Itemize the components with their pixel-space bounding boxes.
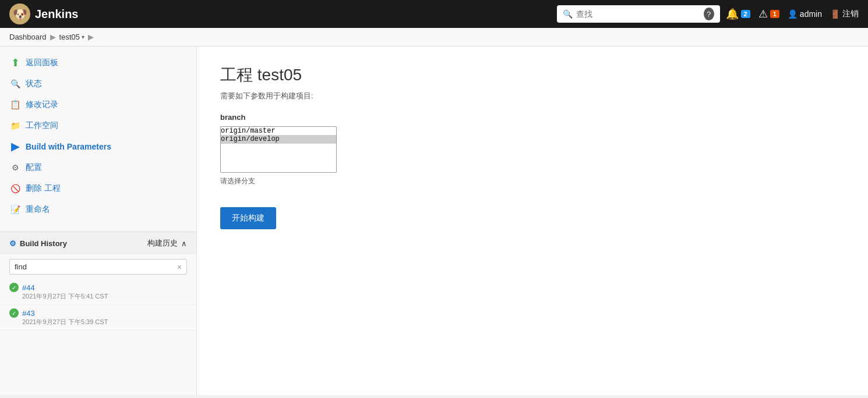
build-history-chinese-label: 构建历史 bbox=[147, 238, 178, 248]
branch-label: branch bbox=[220, 113, 845, 122]
build-history-header: ⚙ Build History 构建历史 ∧ bbox=[0, 232, 196, 254]
config-icon: ⚙ bbox=[9, 162, 21, 173]
main-layout: ⬆ 返回面板 🔍 状态 📋 修改记录 📁 工作空间 ▶ Build with P… bbox=[0, 47, 868, 395]
logout-icon: 🚪 bbox=[830, 9, 840, 19]
build-search-clear[interactable]: × bbox=[172, 260, 186, 274]
branch-select[interactable]: origin/master origin/develop bbox=[220, 126, 337, 173]
sidebar-item-rename[interactable]: 📝 重命名 bbox=[0, 199, 196, 220]
app-logo[interactable]: 🐶 Jenkins bbox=[9, 3, 78, 24]
build-icon: ▶ bbox=[9, 141, 21, 152]
build-history-section: ⚙ Build History 构建历史 ∧ × #44 2021年9月27日 … bbox=[0, 232, 196, 331]
build-history-gear-icon: ⚙ bbox=[9, 239, 16, 248]
sidebar-item-config[interactable]: ⚙ 配置 bbox=[0, 157, 196, 178]
sidebar-item-workspace-label: 工作空间 bbox=[26, 120, 58, 131]
changes-icon: 📋 bbox=[9, 99, 21, 111]
warning-badge: 1 bbox=[770, 10, 779, 18]
build-list-item-43[interactable]: #43 2021年9月27日 下午5:39 CST bbox=[0, 305, 196, 331]
build-status-icon-43 bbox=[9, 308, 19, 318]
collapse-icon[interactable]: ∧ bbox=[181, 239, 187, 248]
build-link-44[interactable]: #44 bbox=[22, 283, 35, 292]
logo-icon: 🐶 bbox=[9, 3, 30, 24]
param-section: branch origin/master origin/develop 请选择分… bbox=[220, 113, 845, 186]
admin-button[interactable]: 👤 admin bbox=[788, 9, 822, 19]
app-header: 🐶 Jenkins 🔍 ? 🔔 2 ⚠ 1 👤 admin 🚪 注销 bbox=[0, 0, 868, 28]
notification-badge: 2 bbox=[741, 10, 750, 18]
sidebar-item-back-label: 返回面板 bbox=[26, 58, 58, 68]
build-history-title-area: ⚙ Build History bbox=[9, 239, 67, 248]
branch-option-master[interactable]: origin/master bbox=[221, 127, 336, 135]
sidebar-item-delete[interactable]: 🚫 删除 工程 bbox=[0, 178, 196, 199]
build-link-43[interactable]: #43 bbox=[22, 309, 35, 318]
admin-label: admin bbox=[800, 9, 822, 19]
search-help-icon[interactable]: ? bbox=[704, 8, 714, 20]
logout-label: 注销 bbox=[842, 9, 859, 19]
sidebar-item-back[interactable]: ⬆ 返回面板 bbox=[0, 52, 196, 73]
warning-button[interactable]: ⚠ 1 bbox=[758, 8, 779, 20]
breadcrumb-separator: ▶ bbox=[50, 33, 56, 41]
sidebar-item-delete-label: 删除 工程 bbox=[26, 183, 61, 194]
branch-hint: 请选择分支 bbox=[220, 176, 845, 186]
page-title: 工程 test05 bbox=[220, 64, 845, 86]
breadcrumb-dashboard[interactable]: Dashboard bbox=[9, 33, 47, 41]
search-bar: 🔍 ? bbox=[557, 5, 720, 23]
workspace-icon: 📁 bbox=[9, 120, 21, 132]
page-subtitle: 需要如下参数用于构建项目: bbox=[220, 91, 845, 101]
sidebar-item-build-label: Build with Parameters bbox=[26, 142, 111, 151]
search-icon: 🔍 bbox=[563, 9, 573, 19]
search-input[interactable] bbox=[576, 9, 700, 19]
app-title: Jenkins bbox=[35, 8, 78, 21]
breadcrumb-dropdown-icon: ▾ bbox=[82, 34, 84, 40]
sidebar: ⬆ 返回面板 🔍 状态 📋 修改记录 📁 工作空间 ▶ Build with P… bbox=[0, 47, 197, 395]
user-icon: 👤 bbox=[788, 9, 798, 19]
build-status-icon-44 bbox=[9, 283, 19, 292]
sidebar-item-rename-label: 重命名 bbox=[26, 204, 50, 215]
breadcrumb-separator-2: ▶ bbox=[88, 33, 94, 41]
sidebar-item-status-label: 状态 bbox=[26, 79, 42, 89]
build-search-input[interactable] bbox=[10, 260, 172, 274]
back-icon: ⬆ bbox=[9, 57, 21, 69]
build-list-item-44[interactable]: #44 2021年9月27日 下午5:41 CST bbox=[0, 279, 196, 305]
bell-icon: 🔔 bbox=[726, 8, 739, 20]
rename-icon: 📝 bbox=[9, 204, 21, 215]
sidebar-item-workspace[interactable]: 📁 工作空间 bbox=[0, 115, 196, 136]
sidebar-item-config-label: 配置 bbox=[26, 162, 42, 173]
main-content: 工程 test05 需要如下参数用于构建项目: branch origin/ma… bbox=[197, 47, 868, 395]
delete-icon: 🚫 bbox=[9, 183, 21, 194]
header-icons: 🔔 2 ⚠ 1 👤 admin 🚪 注销 bbox=[726, 8, 859, 20]
sidebar-item-status[interactable]: 🔍 状态 bbox=[0, 73, 196, 94]
notifications-button[interactable]: 🔔 2 bbox=[726, 8, 750, 20]
branch-option-develop[interactable]: origin/develop bbox=[221, 135, 336, 143]
build-search-box: × bbox=[9, 259, 187, 275]
build-history-right[interactable]: 构建历史 ∧ bbox=[147, 238, 187, 248]
build-time-44: 2021年9月27日 下午5:41 CST bbox=[9, 292, 187, 301]
warning-icon: ⚠ bbox=[758, 8, 768, 20]
breadcrumb: Dashboard ▶ test05 ▾ ▶ bbox=[0, 28, 868, 47]
logout-button[interactable]: 🚪 注销 bbox=[830, 9, 859, 19]
start-build-button[interactable]: 开始构建 bbox=[220, 207, 276, 229]
sidebar-item-changes-label: 修改记录 bbox=[26, 100, 58, 110]
sidebar-item-changes[interactable]: 📋 修改记录 bbox=[0, 94, 196, 115]
status-icon: 🔍 bbox=[9, 78, 21, 90]
build-time-43: 2021年9月27日 下午5:39 CST bbox=[9, 318, 187, 326]
sidebar-item-build[interactable]: ▶ Build with Parameters bbox=[0, 136, 196, 157]
breadcrumb-current[interactable]: test05 ▾ bbox=[59, 33, 84, 41]
build-history-label: Build History bbox=[20, 239, 67, 248]
